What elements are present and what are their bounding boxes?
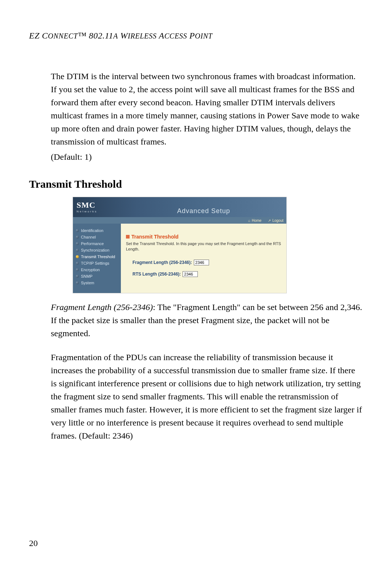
fragmentation-paragraph: Fragmentation of the PDUs can increase t… <box>51 351 363 442</box>
dtim-default: (Default: 1) <box>51 150 363 163</box>
header-text: EZ CONNECT™ 802.11A WIRELESS ACCESS POIN… <box>29 31 212 40</box>
logo-subtext: Networks <box>77 210 117 213</box>
content-title-row: Transmit Threshold <box>126 234 281 240</box>
running-header: EZ CONNECT™ 802.11A WIRELESS ACCESS POIN… <box>29 31 363 41</box>
bullet-icon <box>76 249 79 252</box>
home-icon: ⌂ <box>248 219 250 223</box>
nav-identification[interactable]: Identification <box>73 227 121 234</box>
nav-label: Performance <box>81 241 104 246</box>
nav-label: Transmit Threshold <box>81 255 115 259</box>
dtim-paragraph: The DTIM is the interval between two syn… <box>51 70 363 148</box>
bullet-icon-active <box>76 255 79 258</box>
bullet-icon <box>76 268 79 271</box>
logout-label: Logout <box>272 219 283 223</box>
nav-performance[interactable]: Performance <box>73 240 121 247</box>
home-link[interactable]: ⌂ Home <box>248 219 262 223</box>
bullet-icon <box>76 275 79 278</box>
section-heading: Transmit Threshold <box>29 178 363 190</box>
nav-transmit-threshold[interactable]: Transmit Threshold <box>73 253 121 260</box>
home-label: Home <box>252 219 262 223</box>
content-description: Set the Transmit Threshold. In this page… <box>126 241 281 252</box>
nav-channel[interactable]: Channel <box>73 234 121 240</box>
screenshot-main: Transmit Threshold Set the Transmit Thre… <box>121 224 286 293</box>
nav-label: Identification <box>81 228 103 233</box>
nav-label: SNMP <box>81 274 93 278</box>
banner-area: Advanced Setup <box>121 197 286 217</box>
bullet-icon <box>76 281 79 284</box>
content-title: Transmit Threshold <box>131 234 179 240</box>
logo-text: SMC <box>77 201 117 209</box>
rts-field: RTS Length (256-2346): <box>132 271 281 277</box>
bullet-icon <box>76 236 79 239</box>
logout-link[interactable]: ↗ Logout <box>268 219 283 223</box>
top-toolbar: ⌂ Home ↗ Logout <box>73 217 286 224</box>
embedded-screenshot: SMC Networks Advanced Setup ⌂ Home ↗ Log… <box>73 197 287 293</box>
bullet-icon <box>76 242 79 245</box>
page-number: 20 <box>29 538 38 548</box>
nav-encryption[interactable]: Encryption <box>73 266 121 273</box>
fragment-input[interactable] <box>194 260 209 265</box>
nav-label: Encryption <box>81 268 100 272</box>
sidebar-nav: Identification Channel Performance Synch… <box>73 224 121 293</box>
nav-synchronization[interactable]: Synchronization <box>73 247 121 253</box>
bullet-icon <box>76 262 79 265</box>
logout-icon: ↗ <box>268 219 271 223</box>
rts-label: RTS Length (256-2346): <box>132 272 181 277</box>
nav-label: System <box>81 281 94 285</box>
nav-label: TCP/IP Settings <box>81 261 109 265</box>
fragment-label: Fragment Length (256-2346): <box>132 260 192 265</box>
bullet-icon <box>76 229 79 232</box>
nav-label: Channel <box>81 235 96 239</box>
nav-system[interactable]: System <box>73 280 121 286</box>
nav-tcpip-settings[interactable]: TCP/IP Settings <box>73 260 121 266</box>
nav-snmp[interactable]: SNMP <box>73 273 121 280</box>
rts-input[interactable] <box>183 271 198 277</box>
banner-title: Advanced Setup <box>177 207 230 215</box>
screenshot-header: SMC Networks Advanced Setup <box>73 197 286 217</box>
fragment-lead: Fragment Length (256-2346) <box>51 302 153 312</box>
nav-label: Synchronization <box>81 248 109 252</box>
fragment-field: Fragment Length (256-2346): <box>132 260 281 265</box>
fragment-length-paragraph: Fragment Length (256-2346): The "Fragmen… <box>51 301 363 340</box>
logo-area: SMC Networks <box>73 197 121 217</box>
grid-icon <box>126 235 130 239</box>
screenshot-body: Identification Channel Performance Synch… <box>73 224 286 293</box>
